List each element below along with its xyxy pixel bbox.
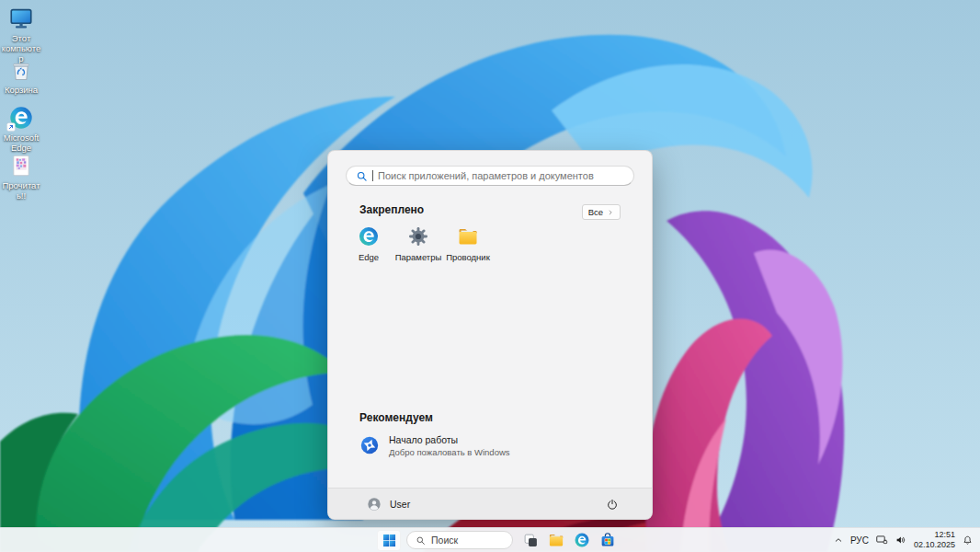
file-explorer-button[interactable] (544, 530, 568, 551)
pinned-app-explorer[interactable]: Проводник (443, 222, 493, 275)
tray-overflow-button[interactable] (833, 535, 844, 546)
text-cursor (372, 170, 373, 181)
all-apps-label: Все (588, 207, 603, 217)
recommended-item-subtitle: Добро пожаловать в Windows (389, 447, 510, 457)
task-view-button[interactable] (518, 530, 542, 551)
recommended-section-title: Рекомендуем (359, 411, 433, 424)
chevron-right-icon (607, 209, 614, 216)
avatar (367, 497, 382, 512)
store-icon (599, 532, 616, 548)
pinned-app-label: Edge (359, 252, 379, 262)
start-search-box[interactable] (346, 166, 634, 186)
start-button[interactable] (377, 530, 401, 551)
power-button[interactable] (600, 492, 624, 516)
recommended-item-get-started[interactable]: Начало работы Добро пожаловать в Windows (356, 427, 628, 464)
desktop-icon-recycle-bin[interactable]: Корзина (0, 57, 42, 96)
user-menu-button[interactable]: User (367, 497, 410, 512)
desktop-icon-readme[interactable]: Прочитать!! (0, 153, 42, 201)
user-name: User (390, 499, 410, 510)
microsoft-store-button[interactable] (596, 530, 620, 551)
desktop-icon-this-pc[interactable]: Этот компьютер (0, 6, 42, 64)
get-started-icon (359, 435, 380, 455)
gear-icon (407, 225, 429, 247)
desktop-icon-label: Microsoft Edge (0, 133, 42, 154)
start-search-input[interactable] (378, 170, 624, 181)
notifications-button[interactable] (962, 535, 974, 546)
taskbar-search-label: Поиск (431, 535, 458, 546)
edge-icon (574, 532, 590, 548)
clock[interactable]: 12:51 02.10.2025 (914, 530, 955, 551)
image-file-icon (8, 153, 34, 178)
folder-icon (548, 532, 564, 548)
edge-taskbar-button[interactable] (570, 530, 594, 551)
pinned-app-label: Проводник (446, 252, 490, 262)
edge-icon (358, 225, 380, 247)
language-indicator[interactable]: РУС (850, 535, 869, 546)
power-icon (606, 498, 619, 511)
pinned-app-edge[interactable]: Edge (344, 222, 393, 275)
volume-button[interactable] (895, 534, 907, 546)
pinned-apps-grid: Edge Параметры Проводник (344, 222, 493, 275)
search-icon (356, 170, 368, 182)
folder-icon (457, 225, 479, 247)
network-button[interactable] (875, 534, 888, 546)
desktop-icon-label: Корзина (5, 86, 38, 96)
recommended-item-title: Начало работы (389, 434, 510, 445)
start-menu: Закреплено Все Edge Параметры Проводник … (327, 150, 653, 520)
tray-time: 12:51 (934, 530, 955, 539)
taskbar-center: Поиск (377, 529, 620, 551)
volume-icon (895, 534, 907, 546)
pinned-section-title: Закреплено (359, 203, 424, 216)
shortcut-arrow-icon (6, 122, 16, 132)
taskbar-search-box[interactable]: Поиск (406, 531, 513, 549)
all-apps-button[interactable]: Все (582, 204, 621, 220)
edge-icon (8, 105, 34, 131)
windows-logo-icon (382, 534, 396, 547)
start-menu-user-bar: User (328, 488, 652, 519)
desktop-icon-label: Прочитать!! (0, 181, 42, 201)
bell-icon (962, 535, 974, 546)
recycle-bin-icon (8, 57, 34, 83)
this-pc-icon (8, 6, 34, 31)
recommended-item-texts: Начало работы Добро пожаловать в Windows (389, 434, 510, 457)
taskbar: Поиск РУС 12:51 02.10.2025 (0, 527, 980, 552)
tray-date: 02.10.2025 (914, 540, 955, 549)
search-icon (416, 535, 426, 546)
chevron-up-icon (833, 535, 844, 546)
pinned-app-label: Параметры (395, 252, 442, 262)
task-view-icon (523, 533, 539, 548)
system-tray: РУС 12:51 02.10.2025 (833, 528, 974, 552)
desktop-icon-edge[interactable]: Microsoft Edge (0, 105, 42, 154)
pinned-app-settings[interactable]: Параметры (393, 222, 443, 275)
network-icon (875, 534, 888, 546)
